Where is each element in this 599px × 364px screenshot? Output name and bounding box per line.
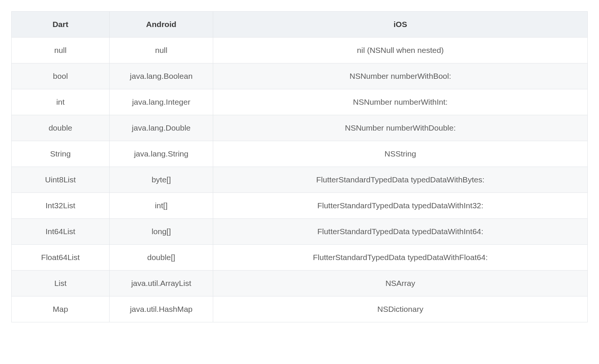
table-row: null null nil (NSNull when nested) bbox=[12, 38, 588, 63]
cell-android: java.lang.Boolean bbox=[109, 63, 213, 89]
cell-android: java.util.ArrayList bbox=[109, 271, 213, 296]
table-row: Float64List double[] FlutterStandardType… bbox=[12, 245, 588, 271]
table-row: int java.lang.Integer NSNumber numberWit… bbox=[12, 89, 588, 115]
cell-android: java.util.HashMap bbox=[109, 296, 213, 322]
cell-android: java.lang.Integer bbox=[109, 89, 213, 115]
cell-dart: Map bbox=[12, 296, 110, 322]
table-row: List java.util.ArrayList NSArray bbox=[12, 271, 588, 296]
cell-dart: String bbox=[12, 141, 110, 167]
cell-android: long[] bbox=[109, 219, 213, 245]
cell-ios: NSArray bbox=[213, 271, 588, 296]
table-row: Uint8List byte[] FlutterStandardTypedDat… bbox=[12, 167, 588, 193]
table-row: double java.lang.Double NSNumber numberW… bbox=[12, 115, 588, 141]
cell-android: null bbox=[109, 38, 213, 63]
table-header-row: Dart Android iOS bbox=[12, 12, 588, 38]
cell-ios: FlutterStandardTypedData typedDataWithBy… bbox=[213, 167, 588, 193]
cell-ios: nil (NSNull when nested) bbox=[213, 38, 588, 63]
cell-ios: NSNumber numberWithDouble: bbox=[213, 115, 588, 141]
cell-android: java.lang.String bbox=[109, 141, 213, 167]
cell-ios: NSNumber numberWithInt: bbox=[213, 89, 588, 115]
cell-dart: int bbox=[12, 89, 110, 115]
table-row: Int64List long[] FlutterStandardTypedDat… bbox=[12, 219, 588, 245]
header-ios: iOS bbox=[213, 12, 588, 38]
table-row: Int32List int[] FlutterStandardTypedData… bbox=[12, 193, 588, 219]
cell-android: int[] bbox=[109, 193, 213, 219]
cell-dart: Float64List bbox=[12, 245, 110, 271]
cell-dart: null bbox=[12, 38, 110, 63]
cell-dart: Int64List bbox=[12, 219, 110, 245]
header-android: Android bbox=[109, 12, 213, 38]
cell-ios: NSDictionary bbox=[213, 296, 588, 322]
header-dart: Dart bbox=[12, 12, 110, 38]
cell-dart: bool bbox=[12, 63, 110, 89]
cell-android: java.lang.Double bbox=[109, 115, 213, 141]
cell-android: byte[] bbox=[109, 167, 213, 193]
cell-dart: List bbox=[12, 271, 110, 296]
table-row: String java.lang.String NSString bbox=[12, 141, 588, 167]
cell-android: double[] bbox=[109, 245, 213, 271]
cell-dart: Uint8List bbox=[12, 167, 110, 193]
cell-ios: FlutterStandardTypedData typedDataWithIn… bbox=[213, 193, 588, 219]
cell-dart: double bbox=[12, 115, 110, 141]
type-mapping-table: Dart Android iOS null null nil (NSNull w… bbox=[11, 11, 588, 322]
table-row: Map java.util.HashMap NSDictionary bbox=[12, 296, 588, 322]
cell-ios: NSString bbox=[213, 141, 588, 167]
cell-dart: Int32List bbox=[12, 193, 110, 219]
cell-ios: FlutterStandardTypedData typedDataWithIn… bbox=[213, 219, 588, 245]
cell-ios: FlutterStandardTypedData typedDataWithFl… bbox=[213, 245, 588, 271]
table-row: bool java.lang.Boolean NSNumber numberWi… bbox=[12, 63, 588, 89]
cell-ios: NSNumber numberWithBool: bbox=[213, 63, 588, 89]
